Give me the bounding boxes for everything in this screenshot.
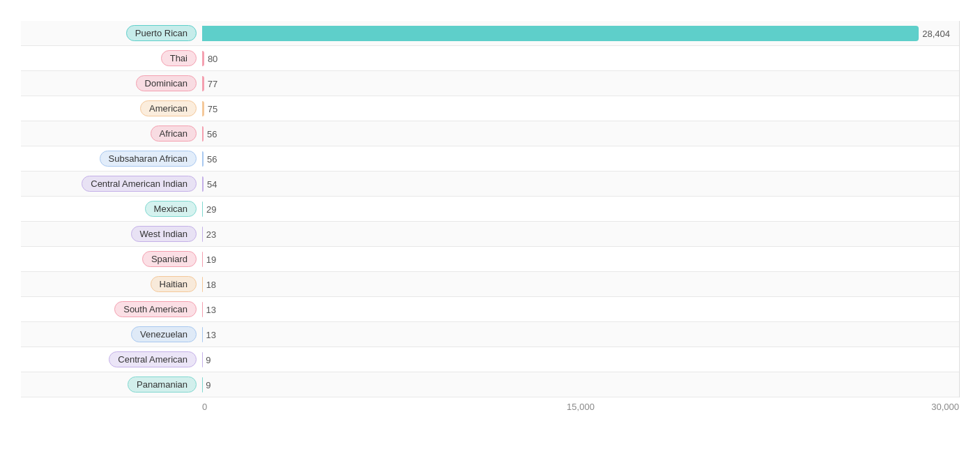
bar-fill	[202, 201, 203, 217]
bar-label: Panamanian	[128, 376, 197, 393]
bar-fill	[202, 151, 204, 167]
bar-value-label: 23	[206, 229, 216, 239]
bar-value-label: 18	[206, 279, 216, 289]
bar-label: African	[151, 125, 197, 142]
bar-label: Subsaharan African	[100, 151, 197, 167]
bar-label: Dominican	[136, 75, 197, 91]
bar-value-label: 9	[206, 354, 210, 365]
bar-value-label: 19	[206, 254, 216, 264]
bar-fill	[202, 252, 203, 267]
bar-value-label: 56	[207, 153, 217, 164]
bar-value-label: 56	[207, 128, 217, 139]
bar-label: Thai	[161, 50, 197, 66]
bar-fill	[202, 101, 204, 116]
grid-line	[959, 21, 960, 397]
bar-row: West Indian23	[21, 222, 959, 247]
x-axis-label: 0	[202, 402, 454, 412]
bar-fill	[202, 76, 204, 91]
bars-wrapper: Puerto Rican28,404Thai80Dominican77Ameri…	[21, 21, 959, 397]
bar-fill	[202, 51, 204, 66]
bar-fill	[202, 176, 204, 192]
bar-row: South American13	[21, 297, 959, 322]
bar-value-label: 13	[206, 329, 215, 340]
bar-fill	[202, 26, 919, 41]
bar-row: African56	[21, 121, 959, 146]
x-axis-label: 15,000	[454, 402, 707, 412]
bar-fill	[202, 227, 203, 242]
bar-row: Subsaharan African56	[21, 146, 959, 172]
bar-fill	[202, 126, 204, 142]
bar-fill	[202, 277, 203, 292]
bar-label: Spaniard	[142, 251, 197, 267]
bar-row: American75	[21, 96, 959, 121]
bar-value-label: 9	[206, 379, 210, 390]
bar-label: American	[140, 100, 197, 116]
chart-area: Puerto Rican28,404Thai80Dominican77Ameri…	[21, 21, 959, 412]
bar-row: Thai80	[21, 46, 959, 71]
bar-value-label: 13	[206, 304, 215, 314]
bar-row: Mexican29	[21, 197, 959, 222]
bar-value-label: 75	[208, 103, 217, 114]
bar-row: Puerto Rican28,404	[21, 21, 959, 46]
bar-value-label: 77	[208, 78, 217, 89]
bar-row: Dominican77	[21, 71, 959, 96]
bar-value-label: 54	[207, 178, 217, 189]
bar-label: Venezuelan	[131, 326, 197, 342]
bar-value-label: 80	[208, 53, 217, 63]
bar-label: West Indian	[131, 226, 197, 242]
x-axis-label: 30,000	[707, 402, 959, 412]
bar-row: Venezuelan13	[21, 322, 959, 347]
bar-label: Puerto Rican	[126, 25, 197, 41]
bar-row: Haitian18	[21, 272, 959, 297]
bar-value-label: 28,404	[922, 28, 950, 38]
bar-label: Haitian	[151, 276, 197, 292]
bar-value-label: 29	[206, 204, 216, 214]
bar-row: Central American9	[21, 347, 959, 372]
bar-label: Central American	[109, 351, 197, 367]
bar-label: South American	[114, 301, 197, 317]
bar-label: Mexican	[145, 201, 197, 217]
bar-label: Central American Indian	[82, 176, 197, 192]
bar-row: Spaniard19	[21, 247, 959, 272]
bar-row: Panamanian9	[21, 372, 959, 397]
bar-row: Central American Indian54	[21, 172, 959, 197]
